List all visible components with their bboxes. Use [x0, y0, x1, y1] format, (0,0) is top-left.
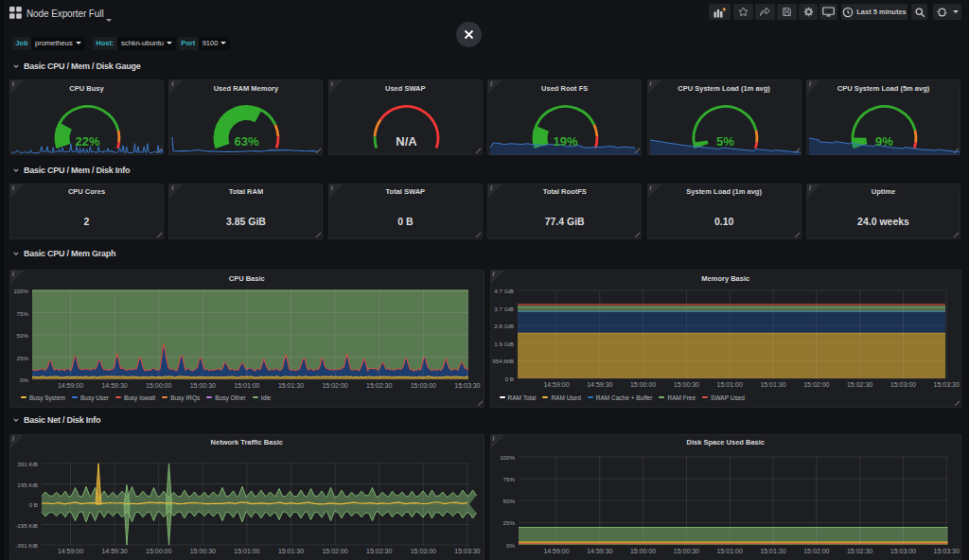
- svg-text:15:03:00: 15:03:00: [411, 382, 436, 389]
- svg-text:15:03:00: 15:03:00: [411, 548, 436, 554]
- svg-text:0%: 0%: [506, 541, 515, 548]
- svg-text:15:02:30: 15:02:30: [366, 382, 392, 389]
- svg-text:0 B: 0 B: [504, 376, 513, 382]
- svg-text:14:59:00: 14:59:00: [58, 548, 83, 554]
- svg-text:100%: 100%: [13, 288, 28, 294]
- svg-text:3.7 GiB: 3.7 GiB: [494, 306, 514, 312]
- svg-text:63%: 63%: [235, 134, 259, 149]
- svg-text:50%: 50%: [502, 498, 515, 504]
- svg-text:15:03:00: 15:03:00: [890, 547, 915, 553]
- svg-text:14:59:00: 14:59:00: [58, 382, 83, 389]
- svg-text:15:03:30: 15:03:30: [933, 547, 959, 553]
- svg-text:19%: 19%: [554, 134, 578, 149]
- svg-text:15:00:30: 15:00:30: [190, 548, 216, 554]
- svg-text:195 KiB: 195 KiB: [17, 481, 38, 487]
- svg-text:15:00:00: 15:00:00: [629, 547, 655, 553]
- svg-text:15:01:30: 15:01:30: [278, 548, 304, 554]
- svg-text:25%: 25%: [17, 355, 29, 361]
- svg-text:15:00:30: 15:00:30: [190, 382, 216, 389]
- svg-text:15:03:00: 15:03:00: [890, 381, 915, 388]
- svg-text:0 B: 0 B: [29, 501, 38, 508]
- svg-text:15:01:00: 15:01:00: [716, 381, 742, 388]
- svg-text:954 MiB: 954 MiB: [492, 358, 514, 364]
- svg-text:391 KiB: 391 KiB: [17, 461, 38, 467]
- svg-text:15:02:30: 15:02:30: [846, 381, 872, 388]
- svg-text:15:02:00: 15:02:00: [322, 382, 347, 389]
- svg-text:N/A: N/A: [396, 134, 417, 149]
- svg-text:4.7 GiB: 4.7 GiB: [494, 288, 514, 294]
- svg-text:15:03:30: 15:03:30: [933, 381, 959, 388]
- svg-text:14:59:30: 14:59:30: [101, 382, 127, 389]
- svg-text:15:01:30: 15:01:30: [760, 381, 785, 388]
- svg-text:9%: 9%: [875, 134, 893, 149]
- svg-text:15:02:00: 15:02:00: [803, 381, 829, 388]
- svg-text:75%: 75%: [17, 310, 29, 317]
- svg-text:22%: 22%: [75, 134, 99, 149]
- svg-text:15:01:00: 15:01:00: [716, 547, 742, 553]
- svg-text:15:03:30: 15:03:30: [454, 382, 480, 389]
- svg-text:15:01:00: 15:01:00: [234, 382, 259, 389]
- svg-text:15:01:30: 15:01:30: [278, 382, 304, 389]
- svg-text:15:00:30: 15:00:30: [673, 381, 698, 388]
- svg-text:15:02:30: 15:02:30: [366, 548, 392, 554]
- svg-text:100%: 100%: [500, 454, 515, 461]
- svg-text:15:03:30: 15:03:30: [454, 548, 480, 554]
- svg-text:50%: 50%: [17, 332, 29, 339]
- svg-text:1.9 GiB: 1.9 GiB: [494, 341, 514, 347]
- svg-text:15:01:30: 15:01:30: [760, 547, 785, 553]
- svg-text:15:00:00: 15:00:00: [629, 381, 655, 388]
- svg-text:14:59:30: 14:59:30: [587, 547, 612, 553]
- svg-text:15:02:00: 15:02:00: [322, 548, 347, 554]
- svg-text:14:59:30: 14:59:30: [101, 548, 127, 554]
- svg-text:15:02:00: 15:02:00: [803, 547, 829, 553]
- svg-text:14:59:00: 14:59:00: [543, 547, 569, 553]
- svg-text:75%: 75%: [502, 476, 515, 482]
- svg-text:5%: 5%: [716, 134, 734, 149]
- svg-text:-391 KiB: -391 KiB: [15, 542, 38, 549]
- svg-text:0%: 0%: [20, 376, 28, 383]
- svg-text:-195 KiB: -195 KiB: [15, 521, 38, 528]
- svg-text:15:01:00: 15:01:00: [234, 548, 259, 554]
- svg-text:15:00:00: 15:00:00: [146, 382, 171, 389]
- svg-text:2.8 GiB: 2.8 GiB: [494, 323, 514, 329]
- svg-text:15:00:30: 15:00:30: [673, 547, 698, 553]
- svg-text:15:02:30: 15:02:30: [846, 547, 872, 553]
- svg-text:15:00:00: 15:00:00: [146, 548, 171, 554]
- svg-text:25%: 25%: [502, 519, 515, 526]
- svg-text:14:59:00: 14:59:00: [543, 381, 569, 388]
- svg-text:14:59:30: 14:59:30: [587, 381, 612, 388]
